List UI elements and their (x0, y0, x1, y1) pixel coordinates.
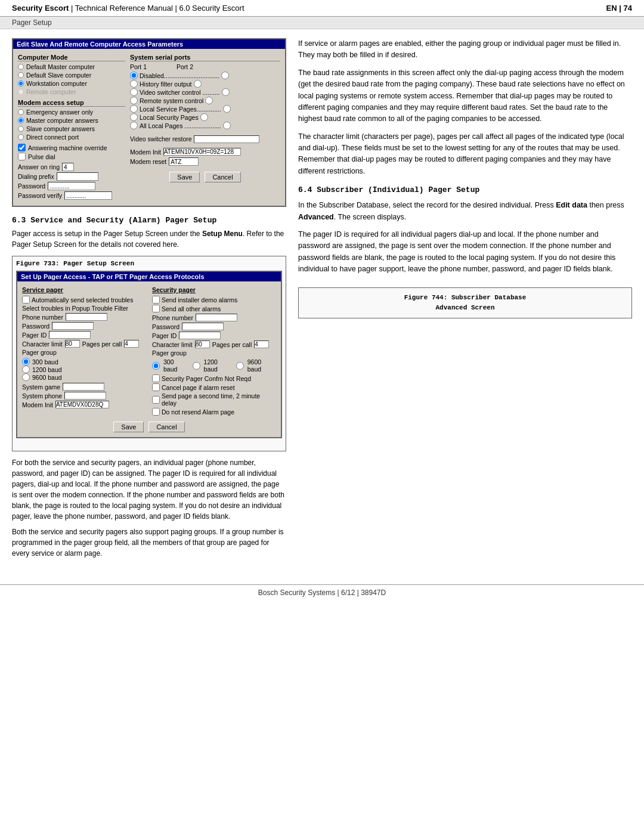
service-pagerid-field: Pager ID (22, 331, 146, 339)
sec-char-limit-input[interactable] (195, 340, 210, 348)
modem-init-input[interactable] (163, 148, 241, 156)
page-sep: | (619, 4, 623, 13)
select-troubles-checkbox[interactable]: Select troubles in Popup Trouble Filter (22, 305, 146, 312)
pager-cancel-button[interactable]: Cancel (148, 422, 184, 432)
body-para1: For both the service and security pagers… (12, 457, 286, 522)
dialog1-title: Edit Slave And Remote Computer Access Pa… (13, 39, 285, 49)
sec-pagerid-input[interactable] (179, 332, 221, 339)
right-para1: If service or alarm pages are enabled, e… (298, 38, 632, 61)
checkbox-answering-machine[interactable]: Answering machine override (18, 144, 125, 151)
checkbox-pulse-dial[interactable]: Pulse dial (18, 153, 125, 160)
cancel-button[interactable]: Cancel (205, 172, 240, 182)
figure744-title1: Figure 744: Subscriber Database (306, 293, 624, 303)
radio-direct-connect[interactable]: Direct connect port (18, 134, 125, 141)
right-column: If service or alarm pages are enabled, e… (298, 38, 632, 563)
radio-remote[interactable]: Remote computer (18, 88, 125, 95)
save-button[interactable]: Save (169, 172, 200, 182)
sec-password-input[interactable] (182, 323, 224, 330)
radio-workstation[interactable]: Workstation computer (18, 80, 125, 87)
service-password-input[interactable] (52, 322, 94, 330)
pages-per-call-input[interactable] (124, 340, 139, 348)
cancel-page-checkbox[interactable]: Cancel page if alarm reset (152, 383, 276, 391)
modem-label: Modem access setup (18, 99, 125, 107)
system-phone-field: System phone (22, 392, 146, 400)
radio-default-master[interactable]: Default Master computer (18, 63, 125, 70)
sec-password-field: Password (152, 323, 276, 330)
radio-default-slave[interactable]: Default Slave computer (18, 72, 125, 79)
advanced-label: Advanced (298, 213, 334, 221)
service-phone-input[interactable] (66, 313, 107, 321)
header-separator: | (71, 4, 75, 13)
service-phone-field: Phone number (22, 313, 146, 321)
sec-baud-all: 300 baud 1200 baud 9600 baud (152, 358, 276, 373)
char-limit-input[interactable] (65, 340, 80, 348)
auto-send-checkbox[interactable]: Automatically send selected troubles (22, 296, 146, 304)
baud-1200[interactable]: 1200 baud (22, 366, 146, 373)
section64-body1: In the Subscriber Database, select the r… (298, 200, 632, 223)
security-pager-title: Security pager (152, 286, 276, 293)
pager-save-button[interactable]: Save (113, 422, 144, 432)
password-input[interactable] (48, 182, 95, 190)
body-para2: Both the service and security pagers als… (12, 527, 286, 559)
password-field: Password (18, 182, 125, 190)
subheader-text: Pager Setup (12, 18, 52, 27)
send-installer-checkbox[interactable]: Send installer demo alarms (152, 296, 276, 304)
section64-body2: The pager ID is required for all individ… (298, 229, 632, 275)
modem-reset-row: Modem reset (130, 157, 280, 166)
system-game-input[interactable] (63, 383, 104, 391)
port-remote[interactable]: Remote system control (130, 97, 280, 104)
sec-pager-confirm-checkbox[interactable]: Security Pager Confm Not Reqd (152, 374, 276, 382)
header-text: Technical Reference Manual | 6.0 Securit… (75, 4, 244, 13)
port-all-local[interactable]: All Local Pages ..................... (130, 122, 280, 129)
section64-heading: 6.4 Subscriber (Individual) Pager Setup (298, 184, 632, 196)
comp-left: Computer Mode Default Master computer De… (18, 54, 125, 201)
port-disabled[interactable]: Disabled................................ (130, 72, 280, 79)
baud-group: 300 baud 1200 baud 9600 baud (22, 358, 146, 381)
comp-dialog-layout: Computer Mode Default Master computer De… (18, 54, 280, 201)
send-page-second-checkbox[interactable]: Send page a second time, 2 minute delay (152, 392, 276, 407)
brand: Security Escort (12, 4, 69, 13)
answer-on-ring-input[interactable] (62, 163, 74, 171)
modem-init-row: Modem Init (130, 148, 280, 156)
baud-300[interactable]: 300 baud (22, 358, 146, 366)
answer-on-ring-field: Answer on ring (18, 163, 125, 171)
right-para2: The baud rate assignments in this screen… (298, 67, 632, 125)
send-all-checkbox[interactable]: Send all other alarms (152, 305, 276, 312)
modem-section: Modem access setup Emergency answer only… (18, 99, 125, 141)
radio-slave-answers[interactable]: Slave computer answers (18, 125, 125, 132)
system-game-field: System game (22, 383, 146, 391)
service-pagerid-input[interactable] (49, 331, 91, 339)
sec-phone-input[interactable] (196, 314, 237, 321)
video-restore-input[interactable] (194, 135, 259, 143)
do-not-resend-checkbox[interactable]: Do not resend Alarm page (152, 408, 276, 416)
pager-btn-row: Save Cancel (22, 422, 276, 432)
edit-data-label: Edit data (556, 201, 587, 209)
comp-right: System serial ports Port 1 Port 2 Disabl… (130, 54, 280, 201)
dialing-prefix-input[interactable] (57, 172, 98, 181)
page-number: 74 (624, 4, 632, 13)
sec-pagerid-field: Pager ID (152, 332, 276, 339)
page-footer: Bosch Security Systems | 6/12 | 38947D (0, 584, 644, 600)
page-subheader: Pager Setup (0, 17, 644, 29)
page-number-area: EN | 74 (606, 4, 632, 13)
edit-computer-dialog: Edit Slave And Remote Computer Access Pa… (12, 38, 286, 207)
dialing-prefix-field: Dialing prefix (18, 172, 125, 181)
port-video[interactable]: Video switcher control .......... (130, 88, 280, 96)
lang-label: EN (606, 4, 617, 13)
port-local-service[interactable]: Local Service Pages.............. (130, 105, 280, 113)
port-local-security[interactable]: Local Security Pages (130, 113, 280, 121)
password-verify-input[interactable] (64, 191, 112, 200)
service-pager-col: Service pager Automatically send selecte… (22, 286, 146, 417)
sec-pages-per-call-input[interactable] (254, 340, 269, 348)
sec-baud-group: 300 baud 1200 baud 9600 baud (152, 358, 276, 373)
sec-char-limit-row: Character limit Pages per call (152, 340, 276, 348)
modem-reset-input[interactable] (169, 157, 199, 166)
radio-master-answers[interactable]: Master computer answers (18, 117, 125, 124)
port-history[interactable]: History filter output (130, 80, 280, 88)
sec-phone-field: Phone number (152, 314, 276, 321)
computer-mode-label: Computer Mode (18, 54, 125, 61)
system-phone-input[interactable] (64, 392, 106, 400)
radio-emergency[interactable]: Emergency answer only (18, 109, 125, 116)
modem-init-pager-input[interactable] (55, 401, 109, 408)
baud-9600[interactable]: 9600 baud (22, 373, 146, 381)
